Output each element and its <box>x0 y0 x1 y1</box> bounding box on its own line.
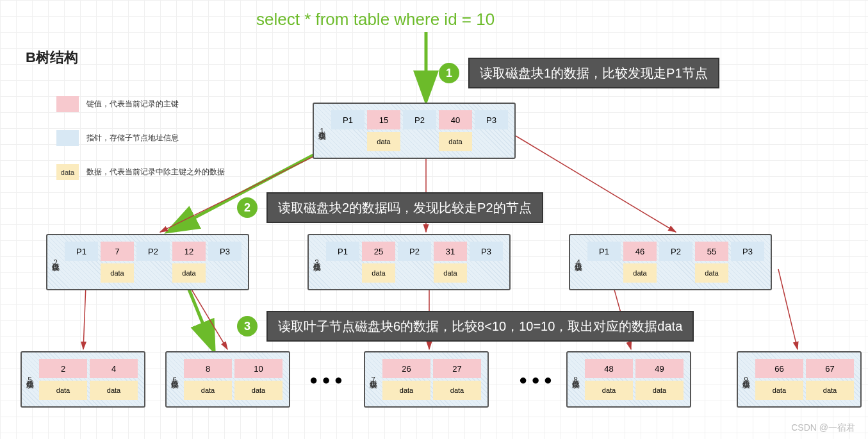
step-1-text: 读取磁盘块1的数据，比较发现走P1节点 <box>468 58 719 88</box>
b1-p3: P3 <box>475 110 508 129</box>
dots-1: ● ● ● <box>309 372 343 388</box>
disk-block-7: 磁盘块7 26data 27data <box>364 351 489 408</box>
step-3-badge: 3 <box>237 316 258 336</box>
step-2-text: 读取磁盘块2的数据吗，发现比较走P2的节点 <box>266 192 543 223</box>
legend-data-label: 数据，代表当前记录中除主键之外的数据 <box>86 167 225 178</box>
diagram-title: B树结构 <box>26 48 78 67</box>
legend-key-label: 键值，代表当前记录的主键 <box>86 99 179 110</box>
legend-data-row: data 数据，代表当前记录中除主键之外的数据 <box>56 164 225 180</box>
legend-ptr-row: 指针，存储子节点地址信息 <box>56 130 225 146</box>
disk-block-1-label: 磁盘块1 <box>316 110 327 151</box>
watermark: CSDN @一宿君 <box>791 422 855 434</box>
legend-ptr-swatch <box>56 130 79 146</box>
step-1-badge: 1 <box>439 63 459 83</box>
disk-block-5: 磁盘块5 2data 4data <box>20 351 145 408</box>
sql-query-text: select * from table where id = 10 <box>256 10 495 29</box>
step-2-badge: 2 <box>237 197 258 218</box>
b1-k1: 15 <box>367 110 400 129</box>
disk-block-9: 磁盘块9 66data 67data <box>737 351 862 408</box>
disk-block-3-label: 磁盘块3 <box>311 242 322 283</box>
b1-k2: 40 <box>439 110 472 129</box>
step-3-text: 读取叶子节点磁盘块6的数据，比较8<10，10=10，取出对应的数据data <box>266 311 694 342</box>
b1-p2: P2 <box>403 110 436 129</box>
legend: 键值，代表当前记录的主键 指针，存储子节点地址信息 data 数据，代表当前记录… <box>56 96 225 198</box>
step-2-callout: 2 读取磁盘块2的数据吗，发现比较走P2的节点 <box>237 192 543 223</box>
disk-block-4-label: 磁盘块4 <box>573 242 584 283</box>
b1-p1: P1 <box>331 110 364 129</box>
disk-block-6: 磁盘块6 8data 10data <box>165 351 290 408</box>
legend-key-swatch <box>56 96 79 112</box>
legend-ptr-label: 指针，存储子节点地址信息 <box>86 133 179 144</box>
disk-block-2: 磁盘块2 P1 7data P2 12data P3 <box>46 234 249 290</box>
disk-block-8: 磁盘块8 48data 49data <box>566 351 691 408</box>
disk-block-1: 磁盘块1 P1 15data P2 40data P3 <box>313 103 516 159</box>
step-1-callout: 1 读取磁盘块1的数据，比较发现走P1节点 <box>439 58 719 88</box>
b1-d1: data <box>367 132 400 151</box>
disk-block-2-label: 磁盘块2 <box>50 242 61 283</box>
step-3-callout: 3 读取叶子节点磁盘块6的数据，比较8<10，10=10，取出对应的数据data <box>237 311 694 342</box>
b1-d2: data <box>439 132 472 151</box>
legend-key-row: 键值，代表当前记录的主键 <box>56 96 225 112</box>
legend-data-swatch: data <box>56 164 79 180</box>
disk-block-3: 磁盘块3 P1 25data P2 31data P3 <box>307 234 511 290</box>
disk-block-4: 磁盘块4 P1 46data P2 55data P3 <box>569 234 772 290</box>
dots-2: ● ● ● <box>519 372 552 388</box>
